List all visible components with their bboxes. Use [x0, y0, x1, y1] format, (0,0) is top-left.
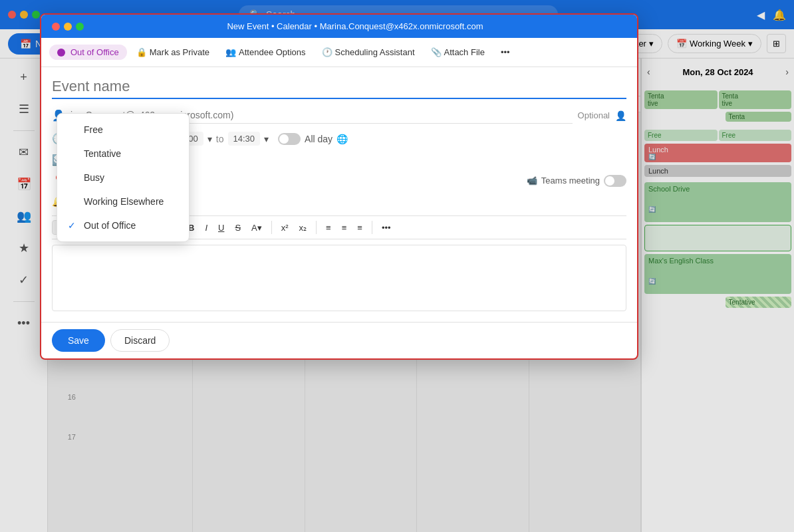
- teams-toggle[interactable]: [604, 175, 626, 187]
- outofoffice-label: Out of Office: [84, 220, 136, 231]
- busy-label: Busy: [84, 172, 104, 183]
- modal-traffic-lights: [52, 23, 84, 31]
- people-icon: 👥: [225, 47, 236, 57]
- attendee-options-button[interactable]: 👥 Attendee Options: [219, 43, 312, 61]
- modal-close-button[interactable]: [52, 23, 60, 31]
- globe-icon[interactable]: 🌐: [336, 134, 348, 144]
- mark-private-button[interactable]: 🔒 Mark as Private: [130, 43, 216, 61]
- modal-maximize-button[interactable]: [76, 23, 84, 31]
- allday-label: All day: [305, 134, 332, 144]
- more-text-button[interactable]: •••: [378, 221, 395, 235]
- save-button[interactable]: Save: [52, 329, 105, 352]
- to-time-value[interactable]: 14:30: [228, 132, 261, 146]
- numbered-button[interactable]: ≡: [338, 221, 351, 235]
- status-dropdown-menu: Free Tentative Busy Working Elsewhere ✓ …: [57, 113, 190, 242]
- from-chevron-icon[interactable]: ▾: [207, 134, 212, 144]
- dropdown-item-outofoffice[interactable]: ✓ Out of Office: [57, 213, 189, 237]
- bullets-button[interactable]: ≡: [322, 221, 335, 235]
- allday-toggle-switch[interactable]: [278, 133, 301, 145]
- event-body-textarea[interactable]: [52, 245, 626, 311]
- working-label: Working Elsewhere: [84, 196, 164, 207]
- dropdown-item-busy[interactable]: Busy: [57, 166, 189, 190]
- teams-icon: 📹: [527, 176, 537, 186]
- modal-toolbar: Out of Office 🔒 Mark as Private 👥 Attend…: [41, 38, 637, 67]
- tentative-label: Tentative: [84, 148, 121, 159]
- subscript-button[interactable]: x₂: [295, 221, 311, 235]
- modal-titlebar: New Event • Calendar • Marina.Conquest@x…: [41, 15, 637, 38]
- allday-toggle: All day: [278, 133, 332, 145]
- attach-button[interactable]: 📎 Attach File: [424, 43, 491, 61]
- attendees-icon-button[interactable]: 👤: [615, 110, 626, 121]
- underline-button[interactable]: U: [214, 221, 228, 235]
- dropdown-item-working[interactable]: Working Elsewhere: [57, 190, 189, 213]
- strikethrough-button[interactable]: S: [231, 221, 245, 235]
- editor-divider-3: [316, 221, 317, 234]
- more-icon: •••: [501, 47, 510, 57]
- modal-title: New Event • Calendar • Marina.Conquest@x…: [84, 21, 626, 31]
- discard-button[interactable]: Discard: [110, 329, 170, 352]
- to-chevron-icon[interactable]: ▾: [264, 134, 269, 144]
- dropdown-item-tentative[interactable]: Tentative: [57, 142, 189, 166]
- status-dot: [57, 49, 65, 57]
- align-button[interactable]: ≡: [353, 221, 366, 235]
- modal-footer: Save Discard: [41, 322, 637, 358]
- clock-icon: 🕐: [322, 47, 332, 57]
- scheduling-button[interactable]: 🕐 Scheduling Assistant: [315, 43, 422, 61]
- time-separator: to: [216, 134, 224, 144]
- superscript-button[interactable]: x²: [277, 221, 293, 235]
- more-options-button[interactable]: •••: [494, 43, 517, 61]
- free-label: Free: [84, 124, 103, 135]
- check-outofoffice: ✓: [68, 220, 78, 231]
- event-title-input[interactable]: [52, 75, 626, 99]
- italic-button[interactable]: I: [201, 221, 211, 235]
- teams-meeting-label: Teams meeting: [541, 176, 600, 186]
- dropdown-item-free[interactable]: Free: [57, 118, 189, 142]
- paperclip-icon: 📎: [431, 47, 442, 57]
- modal-minimize-button[interactable]: [64, 23, 72, 31]
- lock-icon: 🔒: [136, 47, 147, 57]
- highlight-button[interactable]: A▾: [247, 221, 266, 235]
- optional-button[interactable]: Optional: [578, 110, 610, 120]
- editor-divider-2: [271, 221, 272, 234]
- status-button[interactable]: Out of Office: [49, 45, 127, 60]
- editor-divider-4: [372, 221, 372, 234]
- teams-meeting-row: 📹 Teams meeting: [527, 175, 626, 187]
